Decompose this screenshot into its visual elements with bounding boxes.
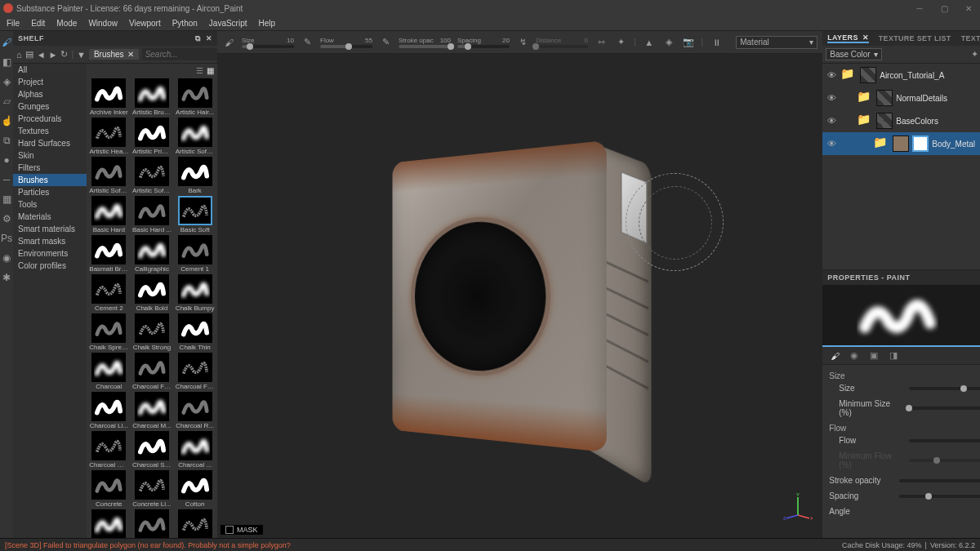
category-alphas[interactable]: Alphas [13, 88, 87, 100]
brush-item[interactable]: Archive Inker [88, 78, 130, 116]
brush-item[interactable]: Charcoal R... [174, 392, 216, 429]
category-grunges[interactable]: Grunges [13, 100, 87, 113]
menu-window[interactable]: Window [88, 19, 118, 28]
projection-tool-icon[interactable]: ◈ [0, 75, 13, 88]
import-icon[interactable]: ▤ [25, 49, 33, 60]
menu-python[interactable]: Python [172, 19, 198, 28]
category-textures[interactable]: Textures [13, 125, 87, 137]
brush-item[interactable]: Charcoal M... [131, 392, 173, 429]
layer-thumb[interactable] [893, 136, 909, 152]
lazy-mouse-icon[interactable]: ↯ [516, 36, 529, 49]
pause-icon[interactable]: ⏸ [710, 36, 723, 49]
category-particles[interactable]: Particles [13, 186, 87, 198]
brush-item[interactable]: Chalk Bold [131, 274, 173, 312]
brush-item[interactable]: Basic Hard ... [131, 196, 173, 233]
brush-item[interactable]: Chalk Spread [88, 313, 130, 351]
visibility-icon[interactable]: 👁 [826, 92, 837, 104]
clone-tool-icon[interactable]: ⧉ [0, 134, 13, 147]
resource-tool-icon[interactable]: ▦ [0, 193, 13, 206]
visibility-icon[interactable]: 👁 [826, 69, 837, 81]
brush-item[interactable]: Chalk Strong [131, 313, 173, 351]
ps-tool-icon[interactable]: Ps [0, 232, 13, 245]
brush-item[interactable]: Crystal [131, 509, 173, 538]
brush-item[interactable]: Cotton [174, 470, 216, 508]
tab-layers[interactable]: LAYERS ✕ [827, 33, 869, 43]
size-pressure-icon[interactable]: ✎ [301, 36, 314, 49]
layer-row[interactable]: 👁📁BaseColorsNorm ▾100 ▾ [822, 109, 980, 132]
brush-item[interactable]: Artistic Soft ... [131, 157, 173, 194]
layer-mask-thumb[interactable] [860, 67, 876, 83]
brush-item[interactable]: Concrete [88, 470, 130, 508]
size-slider-group[interactable]: Size10 [242, 37, 294, 48]
info-tool-icon[interactable]: ✱ [0, 271, 13, 284]
axis-gizmo[interactable]: X Y Z [783, 492, 813, 522]
close-tab-icon[interactable]: ✕ [127, 50, 134, 59]
brush-item[interactable]: Basic Soft [174, 196, 216, 233]
channel-dropdown[interactable]: Base Color▾ [826, 48, 881, 60]
menu-viewport[interactable]: Viewport [129, 19, 161, 28]
close-panel-icon[interactable]: ✕ [206, 34, 213, 43]
category-skin[interactable]: Skin [13, 149, 87, 162]
iray-tool-icon[interactable]: ◉ [0, 251, 13, 264]
brush-item[interactable]: Cement 1 [174, 235, 216, 273]
stencil-tab-icon[interactable]: ▣ [868, 350, 880, 362]
size-row[interactable]: Size 10 ✎ [839, 384, 980, 393]
menu-mode[interactable]: Mode [56, 19, 77, 28]
effect-icon[interactable]: ✦ [968, 48, 980, 61]
brush-item[interactable]: Basmati Bru... [88, 235, 130, 273]
distance-slider-group[interactable]: Distance0 [536, 37, 588, 48]
brush-item[interactable]: Concrete Li... [131, 470, 173, 508]
brush-item[interactable]: Basic Hard [88, 196, 130, 233]
material-dropdown[interactable]: Material▾ [736, 36, 817, 49]
stroke-opacity-row[interactable]: Stroke opacity 100 [829, 476, 980, 485]
maximize-button[interactable]: ▢ [936, 2, 952, 14]
menu-file[interactable]: File [7, 19, 20, 28]
category-all[interactable]: All [13, 64, 87, 76]
mirror-h-icon[interactable]: ▲ [643, 36, 656, 49]
category-hard-surfaces[interactable]: Hard Surfaces [13, 137, 87, 149]
spacing-slider-group[interactable]: Spacing20 [457, 37, 510, 48]
category-color-profiles[interactable]: Color profiles [13, 260, 87, 272]
angle-row[interactable]: Angle [829, 507, 980, 516]
brush-tab-icon[interactable]: 🖌 [829, 350, 840, 362]
menu-edit[interactable]: Edit [31, 19, 45, 28]
category-environments[interactable]: Environments [13, 247, 87, 260]
minsize-row[interactable]: Minimum Size (%) 0 [839, 399, 980, 417]
layer-mask-thumb[interactable] [912, 136, 929, 152]
paint-tool-icon[interactable]: 🖌 [0, 36, 13, 49]
category-filters[interactable]: Filters [13, 162, 87, 174]
spacing-row[interactable]: Spacing 20 [829, 491, 980, 500]
category-project[interactable]: Project [13, 76, 87, 88]
category-materials[interactable]: Materials [13, 211, 87, 223]
camera-icon[interactable]: 📷 [682, 36, 695, 49]
brush-item[interactable]: Charcoal [88, 353, 130, 390]
brush-item[interactable]: Cracks [88, 509, 130, 538]
category-procedurals[interactable]: Procedurals [13, 113, 87, 125]
flow-pressure-icon[interactable]: ✎ [379, 36, 392, 49]
brush-item[interactable]: Dark Hatcher [174, 509, 216, 538]
material-tool-icon[interactable]: ● [0, 153, 13, 167]
brush-item[interactable]: Artistic Hea... [88, 118, 130, 155]
layer-mask-thumb[interactable] [876, 90, 893, 106]
alpha-tab-icon[interactable]: ◉ [849, 350, 860, 362]
brush-item[interactable]: Artistic Brus... [131, 78, 173, 116]
layer-row[interactable]: 👁📁Body_MetalNorm ▾100 ▾ [822, 132, 980, 155]
category-smart-materials[interactable]: Smart materials [13, 223, 87, 235]
brush-item[interactable]: Artistic Soft ... [88, 157, 130, 194]
wand-icon[interactable]: ✦ [614, 36, 627, 49]
home-icon[interactable]: ⌂ [16, 49, 22, 60]
settings-tool-icon[interactable]: ⚙ [0, 212, 13, 225]
minflow-row[interactable]: Minimum Flow (%) 20 [839, 451, 980, 469]
category-tools[interactable]: Tools [13, 198, 87, 211]
flow-slider-group[interactable]: Flow55 [320, 37, 372, 48]
brush-item[interactable]: Bark [174, 157, 216, 194]
flow-row[interactable]: Flow 55 ✎ [839, 436, 980, 445]
opacity-slider-group[interactable]: Stroke opac100 [399, 37, 451, 48]
layer-row[interactable]: 👁📁NormalDetailsNorm ▾100 ▾ [822, 87, 980, 109]
brush-item[interactable]: Cement 2 [88, 274, 130, 312]
visibility-icon[interactable]: 👁 [826, 115, 837, 127]
brush-item[interactable]: Charcoal Ra... [88, 431, 130, 469]
forward-icon[interactable]: ► [49, 49, 58, 60]
category-brushes[interactable]: Brushes [13, 174, 87, 186]
menu-javascript[interactable]: JavaScript [209, 19, 247, 28]
